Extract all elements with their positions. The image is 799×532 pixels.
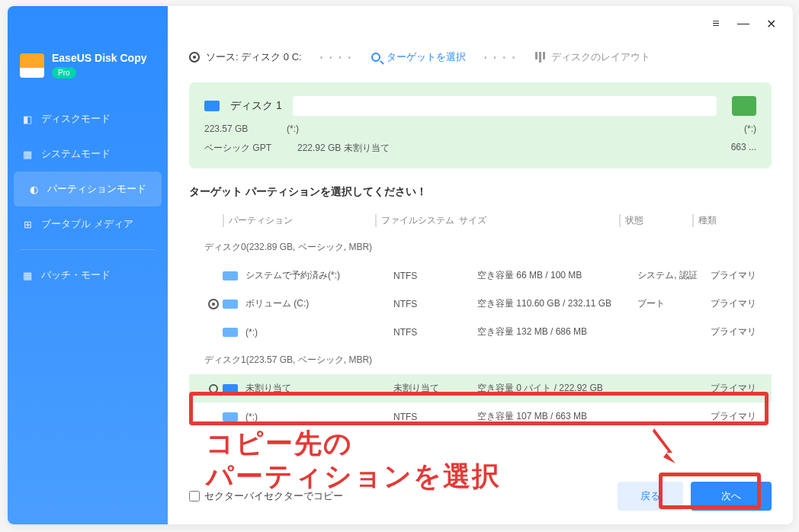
app-logo-icon [20, 53, 44, 78]
app-title: EaseUS Disk Copy [52, 52, 147, 64]
partition-row[interactable]: (*:) NTFS 空き容量 107 MB / 663 MB プライマリ [189, 402, 772, 431]
part-name: 未割り当て [245, 382, 393, 395]
part-fs: NTFS [393, 327, 477, 338]
plus-icon: ⊞ [21, 218, 34, 230]
col-partition: パーティション [223, 214, 375, 227]
step-layout[interactable]: ディスクのレイアウト [535, 50, 650, 64]
target-disk-summary: ディスク 1 223.57 GB (*:) (*:) ベーシック GPT 222… [189, 82, 772, 168]
layout-icon [535, 52, 545, 62]
part-name: システムで予約済み(*:) [245, 269, 393, 282]
disk-group: ディスク1(223.57 GB, ベーシック, MBR) [189, 346, 772, 374]
part-kind: プライマリ [711, 269, 772, 282]
part-size: 空き容量 107 MB / 663 MB [477, 410, 637, 423]
next-button[interactable]: 次へ [691, 482, 772, 511]
pro-badge: Pro [52, 67, 76, 79]
search-target-icon [371, 53, 380, 62]
checkbox-input[interactable] [189, 491, 200, 502]
sidebar: EaseUS Disk Copy Pro ◧ ディスクモード ▦ システムモード… [8, 6, 168, 524]
col-state: 状態 [619, 214, 692, 227]
step-target[interactable]: ターゲットを選択 [371, 50, 466, 64]
nav-disk-mode[interactable]: ◧ ディスクモード [8, 101, 168, 136]
disk-seg1-label: (*:) [287, 123, 332, 134]
logo-area: EaseUS Disk Copy Pro [8, 52, 168, 101]
disk-usage-bar [293, 96, 717, 116]
partition-icon [223, 271, 238, 280]
part-fs: NTFS [393, 271, 477, 281]
part-state: ブート [637, 297, 711, 310]
nav-separator [20, 249, 156, 250]
table-header: パーティション ファイルシステム サイズ 状態 種類 [189, 208, 772, 233]
back-button[interactable]: 戻る [618, 482, 683, 511]
disk-group: ディスク0(232.89 GB, ベーシック, MBR) [189, 233, 772, 261]
partition-icon [223, 384, 238, 393]
instruction-text: ターゲット パーティションを選択してください！ [189, 185, 772, 199]
disk-seg2-label: (*:) [718, 123, 756, 134]
part-name: ボリューム (C:) [245, 297, 393, 310]
nav-bootable-media[interactable]: ⊞ ブータブル メディア [8, 207, 168, 242]
partition-icon [223, 412, 238, 421]
nav-label: ブータブル メディア [41, 217, 133, 231]
partition-row[interactable]: (*:) NTFS 空き容量 132 MB / 686 MB プライマリ [189, 318, 772, 346]
wizard-steps: ソース: ディスク 0 C: • • • • ターゲットを選択 • • • • … [189, 20, 772, 82]
target-marker-icon [209, 384, 218, 393]
step-label: ターゲットを選択 [387, 50, 466, 64]
part-size: 空き容量 0 バイト / 222.92 GB [477, 382, 637, 395]
checkbox-label: セクターバイセクターでコピー [204, 489, 343, 503]
grid-icon: ▦ [21, 148, 34, 160]
part-kind: プライマリ [711, 382, 772, 395]
app-window: EaseUS Disk Copy Pro ◧ ディスクモード ▦ システムモード… [8, 6, 793, 524]
part-kind: プライマリ [711, 297, 772, 310]
part-name: (*:) [245, 327, 393, 338]
nav-label: ディスクモード [41, 112, 111, 126]
nav-system-mode[interactable]: ▦ システムモード [8, 136, 168, 171]
step-dots: • • • • [484, 53, 517, 62]
step-label: ディスクのレイアウト [551, 50, 650, 64]
part-fs: 未割り当て [393, 382, 477, 395]
main-panel: ≡ — ✕ ソース: ディスク 0 C: • • • • ターゲットを選択 • … [168, 6, 793, 524]
nav-partition-mode[interactable]: ◐ パーティションモード [14, 171, 162, 207]
partition-icon [223, 328, 238, 337]
part-size: 空き容量 66 MB / 100 MB [477, 269, 637, 282]
step-dots: • • • • [320, 53, 353, 62]
part-kind: プライマリ [711, 325, 772, 338]
part-kind: プライマリ [711, 410, 772, 423]
close-button[interactable]: ✕ [764, 17, 778, 31]
nav-label: システムモード [41, 147, 111, 161]
part-name: (*:) [245, 412, 393, 422]
pie-icon: ◐ [27, 183, 40, 195]
part-size: 空き容量 132 MB / 686 MB [477, 325, 637, 338]
disk-icon [204, 101, 220, 111]
disk-icon: ◧ [21, 113, 34, 125]
source-marker-icon [208, 299, 219, 309]
menu-icon[interactable]: ≡ [709, 17, 723, 31]
target-icon [189, 52, 200, 62]
col-kind: 種類 [692, 214, 753, 227]
nav-label: バッチ・モード [41, 268, 111, 282]
partition-row-selected[interactable]: 未割り当て 未割り当て 空き容量 0 バイト / 222.92 GB プライマリ [189, 374, 772, 402]
disk-type: ベーシック GPT [204, 142, 276, 155]
part-size: 空き容量 110.60 GB / 232.11 GB [477, 297, 637, 310]
disk-seg2-value: 663 ... [718, 142, 756, 155]
nav-label: パーティションモード [47, 182, 146, 196]
nav-batch-mode[interactable]: ▦ バッチ・モード [8, 258, 168, 293]
window-controls: ≡ — ✕ [709, 17, 778, 31]
disk-seg1-value: 222.92 GB 未割り当て [297, 142, 708, 155]
partition-icon [223, 300, 238, 309]
disk-end-segment [732, 96, 756, 116]
batch-icon: ▦ [21, 269, 34, 281]
col-size: サイズ [459, 214, 619, 227]
bottom-bar: セクターバイセクターでコピー 戻る 次へ [189, 482, 772, 511]
partition-row[interactable]: ボリューム (C:) NTFS 空き容量 110.60 GB / 232.11 … [189, 290, 772, 318]
step-label: ソース: ディスク 0 C: [206, 50, 302, 64]
sector-copy-checkbox[interactable]: セクターバイセクターでコピー [189, 489, 343, 503]
disk-size: 223.57 GB [204, 123, 276, 134]
part-fs: NTFS [393, 412, 477, 422]
partition-row[interactable]: システムで予約済み(*:) NTFS 空き容量 66 MB / 100 MB シ… [189, 261, 772, 290]
disk-name: ディスク 1 [230, 99, 282, 113]
part-fs: NTFS [393, 299, 477, 309]
minimize-button[interactable]: — [736, 17, 750, 31]
col-filesystem: ファイルシステム [375, 214, 459, 227]
part-state: システム, 認証 [637, 269, 711, 282]
step-source[interactable]: ソース: ディスク 0 C: [189, 50, 302, 64]
